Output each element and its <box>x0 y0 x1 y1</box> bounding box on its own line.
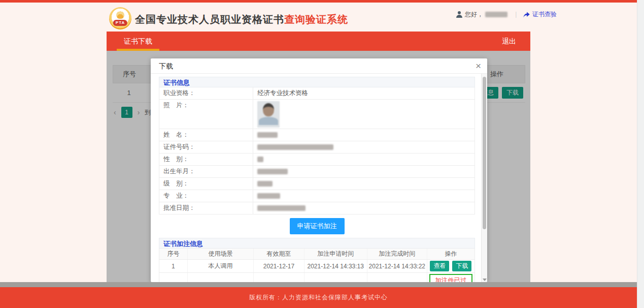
header-completed: 加注完成时间 <box>367 249 427 259</box>
site-title: 全国专业技术人员职业资格证书查询验证系统 <box>135 13 348 26</box>
header-seq: 序号 <box>159 249 188 259</box>
row-birth: 出生年月： <box>159 166 474 178</box>
annotation-row-2: 2 本人调用 2021-12-15 2021-12-14 14:32:21 20… <box>159 273 474 282</box>
site-footer: 版权所有：人力资源和社会保障部人事考试中心 <box>0 287 637 308</box>
separator: ｜ <box>513 10 519 19</box>
site-title-accent: 查询验证系统 <box>284 14 348 25</box>
birth-label: 出生年月： <box>159 166 253 177</box>
modal-scrollbar[interactable] <box>481 74 487 282</box>
name-label: 姓 名： <box>159 129 253 141</box>
level-label: 级 别： <box>159 178 253 190</box>
birth-value-redacted <box>257 169 288 174</box>
row-major: 专 业： <box>159 190 474 202</box>
cell-expire: 2021-12-15 <box>254 273 304 282</box>
section-cert-info: 证书信息 <box>159 77 475 87</box>
close-icon[interactable]: × <box>476 58 481 74</box>
user-area: 您好， ｜ 证书查验 <box>456 10 557 18</box>
download-button[interactable]: 下载 <box>452 261 471 271</box>
greeting-text: 您好， <box>465 10 483 19</box>
user-name-redacted <box>485 12 507 17</box>
id-value-redacted <box>257 144 333 150</box>
row-name: 姓 名： <box>159 129 474 141</box>
content-area: 序号 操作 1 证书信息 下载 ‹ 1 › 到第 <box>107 51 530 282</box>
site-header: PTA 全国专业技术人员职业资格证书查询验证系统 您好， ｜ 证书查验 <box>0 3 637 32</box>
site-title-main: 全国专业技术人员职业资格证书 <box>135 14 284 25</box>
row-level: 级 别： <box>159 178 474 190</box>
gender-value-redacted <box>257 157 263 162</box>
row-approval-date: 批准日期： <box>159 202 474 214</box>
major-label: 专 业： <box>159 190 253 202</box>
header-expire: 有效期至 <box>254 249 304 259</box>
header-applied: 加注申请时间 <box>304 249 367 259</box>
modal-header: 下载 × <box>151 58 487 74</box>
pta-logo-icon: PTA <box>109 7 131 29</box>
major-value-redacted <box>257 193 280 199</box>
annotation-table-header: 序号 使用场景 有效期至 加注申请时间 加注完成时间 操作 <box>159 249 474 260</box>
screen: PTA 全国专业技术人员职业资格证书查询验证系统 您好， ｜ 证书查验 证书下载… <box>0 0 644 308</box>
certificate-photo <box>257 101 280 128</box>
annotation-row-1: 1 本人调用 2021-12-17 2021-12-14 14:33:13 20… <box>159 260 474 273</box>
expired-status-highlight: 加注件已过期 <box>429 274 473 282</box>
row-qualification: 职业资格： 经济专业技术资格 <box>159 87 474 100</box>
share-arrow-icon <box>523 11 530 18</box>
browser-scrollbar[interactable] <box>637 0 644 308</box>
apply-annotation-button[interactable]: 申请证书加注 <box>290 218 345 234</box>
header-action: 操作 <box>427 249 474 259</box>
name-value-redacted <box>257 132 278 138</box>
modal-body: 证书信息 职业资格： 经济专业技术资格 照 片： <box>151 77 487 282</box>
section-annotation-info: 证书加注信息 <box>159 238 475 249</box>
nav-bar: 证书下载 退出 <box>107 32 530 51</box>
row-photo: 照 片： <box>159 100 474 129</box>
gender-label: 性 别： <box>159 153 253 165</box>
modal-title: 下载 <box>159 62 173 70</box>
cell-applied: 2021-12-14 14:33:13 <box>304 260 367 272</box>
logo-flame-icon <box>116 11 124 19</box>
logo-text: PTA <box>113 20 127 26</box>
id-label: 证件号码： <box>159 141 253 153</box>
view-button[interactable]: 查看 <box>430 261 449 271</box>
header-scene: 使用场景 <box>188 249 254 259</box>
copyright-text: 版权所有：人力资源和社会保障部人事考试中心 <box>249 293 388 302</box>
cell-applied: 2021-12-14 14:32:21 <box>304 273 367 282</box>
cell-scene: 本人调用 <box>188 260 254 272</box>
annotation-table: 序号 使用场景 有效期至 加注申请时间 加注完成时间 操作 1 本人调用 202… <box>159 249 475 282</box>
cert-verify-link[interactable]: 证书查验 <box>532 10 557 19</box>
cell-seq: 1 <box>159 260 188 272</box>
scroll-down-arrow-icon[interactable] <box>483 279 487 281</box>
logout-button[interactable]: 退出 <box>502 32 516 51</box>
qualification-value: 经济专业技术资格 <box>253 87 474 99</box>
tab-cert-download-label: 证书下载 <box>124 37 152 45</box>
photo-label: 照 片： <box>159 100 253 129</box>
cell-expire: 2021-12-17 <box>254 260 304 272</box>
user-icon <box>456 11 462 18</box>
cert-info-table: 职业资格： 经济专业技术资格 照 片： 姓 名： <box>159 87 475 214</box>
approval-value-redacted <box>257 205 306 211</box>
cell-seq: 2 <box>159 273 188 282</box>
row-gender: 性 别： <box>159 153 474 166</box>
download-modal: 下载 × 证书信息 职业资格： 经济专业技术资格 照 片： <box>151 58 487 282</box>
cell-scene: 本人调用 <box>188 273 254 282</box>
iframe-bottom-strip <box>0 282 637 287</box>
row-id-number: 证件号码： <box>159 141 474 153</box>
tab-cert-download[interactable]: 证书下载 <box>117 32 159 51</box>
cell-completed: 2021-12-14 14:33:22 <box>367 273 427 282</box>
modal-scrollbar-thumb[interactable] <box>483 77 486 229</box>
qualification-label: 职业资格： <box>159 87 253 99</box>
level-value-redacted <box>257 181 273 187</box>
cell-completed: 2021-12-14 14:33:22 <box>367 260 427 272</box>
approval-label: 批准日期： <box>159 202 253 214</box>
